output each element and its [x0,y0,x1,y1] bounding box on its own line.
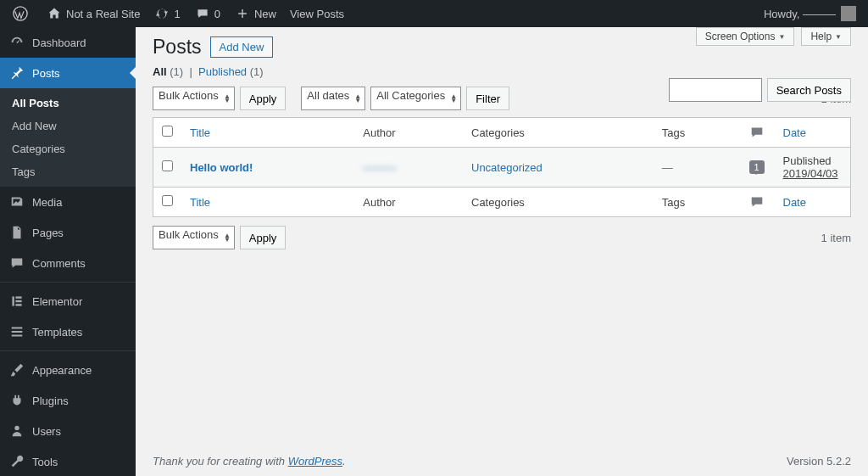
search-input[interactable] [669,78,762,102]
svg-rect-1 [12,296,14,305]
categories-select[interactable]: All Categories ▲▼ [370,87,461,110]
select-all-checkbox[interactable] [162,126,173,137]
media-icon [8,193,25,210]
item-count-bottom: 1 item [821,232,851,244]
menu-tools[interactable]: Tools [0,446,136,476]
categories-label: All Categories [376,89,445,102]
apply-button-bottom[interactable]: Apply [240,226,287,249]
wp-logo[interactable] [5,0,39,27]
posts-table: Title Author Categories Tags Date Hello … [153,117,851,217]
apply-button[interactable]: Apply [240,87,287,110]
row-status: Published [783,154,843,167]
screen-options-label: Screen Options [705,31,776,42]
menu-posts[interactable]: Posts [0,58,136,88]
help-button[interactable]: Help ▼ [801,27,851,46]
new-label: New [254,8,276,20]
menu-appearance-label: Appearance [32,364,92,377]
comment-icon [749,125,766,140]
bulk-actions-select-bottom[interactable]: Bulk Actions ▲▼ [153,226,235,249]
sub-all-posts[interactable]: All Posts [0,92,136,115]
comments-count: 0 [214,8,220,20]
comment-icon [749,194,766,210]
sep: | [189,65,192,78]
menu-posts-label: Posts [32,67,60,80]
sort-icon: ▲▼ [354,94,361,103]
screen-options-button[interactable]: Screen Options ▼ [696,27,795,46]
view-posts-link[interactable]: View Posts [283,0,351,27]
menu-media-label: Media [32,196,62,209]
add-new-button[interactable]: Add New [210,36,274,58]
col-comments[interactable] [741,118,775,148]
page-title: Posts [153,36,202,59]
site-name-link[interactable]: Not a Real Site [39,0,147,27]
col-comments[interactable] [741,188,775,217]
row-date[interactable]: 2019/04/03 [783,167,838,180]
footer-thanks-post: . [342,455,346,468]
elementor-icon [8,293,25,310]
menu-users-label: Users [32,425,61,438]
user-name: ——— [803,8,836,20]
home-icon [46,5,63,22]
avatar-icon [841,6,856,21]
bulk-actions-label: Bulk Actions [159,89,219,102]
wrench-icon [8,453,25,470]
menu-pages-label: Pages [32,227,64,239]
row-checkbox[interactable] [162,160,173,171]
filter-button[interactable]: Filter [466,87,509,110]
plug-icon [8,392,25,409]
menu-posts-sub: All Posts Add New Categories Tags [0,88,136,187]
view-posts-label: View Posts [290,8,344,20]
comments-link[interactable]: 0 [187,0,227,27]
menu-comments[interactable]: Comments [0,248,136,278]
row-comments-count[interactable]: 1 [749,160,765,174]
svg-point-5 [14,426,19,430]
menu-comments-label: Comments [32,257,86,270]
menu-elementor[interactable]: Elementor [0,286,136,316]
menu-dashboard-label: Dashboard [32,36,86,49]
content: Screen Options ▼ Help ▼ Posts Add New Al… [136,27,868,476]
dates-select[interactable]: All dates ▲▼ [301,87,365,110]
menu-users[interactable]: Users [0,416,136,446]
menu-elementor-label: Elementor [32,295,82,308]
svg-rect-2 [15,296,21,298]
row-category-link[interactable]: Uncategorized [471,161,542,174]
menu-media[interactable]: Media [0,187,136,217]
menu-appearance[interactable]: Appearance [0,355,136,385]
updates-link[interactable]: 1 [147,0,186,27]
menu-dashboard[interactable]: Dashboard [0,27,136,58]
sub-add-new[interactable]: Add New [0,115,136,137]
sub-categories[interactable]: Categories [0,137,136,160]
footer-wordpress-link[interactable]: WordPress [288,455,342,468]
menu-pages[interactable]: Pages [0,217,136,248]
user-icon [8,423,25,440]
sub-tags[interactable]: Tags [0,160,136,183]
row-title-link[interactable]: Hello world! [190,161,253,174]
col-date[interactable]: Date [775,188,851,217]
bulk-actions-select[interactable]: Bulk Actions ▲▼ [153,87,235,110]
col-date[interactable]: Date [775,118,851,148]
page-icon [8,224,25,241]
wordpress-icon [12,5,29,22]
view-published[interactable]: Published [198,65,247,78]
menu-tools-label: Tools [32,456,58,468]
col-title[interactable]: Title [181,118,354,148]
col-author: Author [354,118,463,148]
sort-icon: ▲▼ [224,94,231,103]
menu-plugins[interactable]: Plugins [0,385,136,416]
view-all[interactable]: All [153,65,167,78]
new-link[interactable]: New [227,0,283,27]
footer-thanks-pre: Thank you for creating with [153,455,288,468]
col-tags: Tags [654,188,741,217]
search-button[interactable]: Search Posts [767,78,851,102]
brush-icon [8,361,25,378]
col-title[interactable]: Title [181,188,354,217]
updates-icon [153,5,170,22]
menu-templates[interactable]: Templates [0,316,136,347]
account-link[interactable]: Howdy, ——— [757,0,863,27]
select-all-checkbox-bottom[interactable] [162,195,173,206]
col-author: Author [354,188,463,217]
row-tags: — [654,148,741,188]
dashboard-icon [8,34,25,51]
row-author[interactable]: ——— [363,161,396,174]
admin-bar: Not a Real Site 1 0 New View Posts Howdy… [0,0,868,27]
